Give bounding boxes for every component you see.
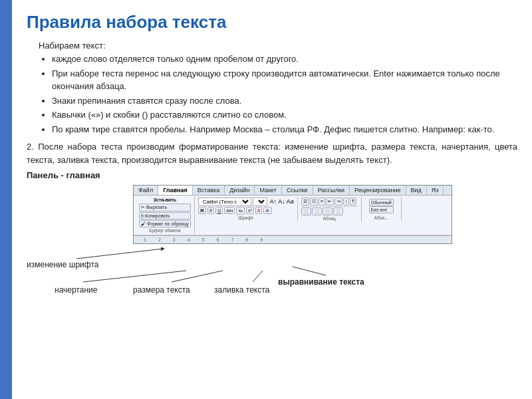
no-interval-btn[interactable]: Без инт. <box>369 206 394 213</box>
divider <box>301 206 358 207</box>
annotation-align: выравнивание текста <box>278 277 364 287</box>
clipboard-label: Буфер обмена <box>149 228 181 233</box>
annotations-area: изменение шрифта начертание размера текс… <box>27 245 517 305</box>
svg-line-4 <box>293 267 326 275</box>
bullet-item-2: При наборе теста перенос на следующую ст… <box>52 68 517 93</box>
cut-button[interactable]: ✂ Вырезать <box>139 203 191 211</box>
tab-mail[interactable]: Рассылки <box>313 186 350 195</box>
paragraph2: 2. После набора теста производим формати… <box>27 140 517 166</box>
ribbon-body: Зста‑вить ✂ Вырезать ⎘ Копировать 🖌 Форм… <box>134 196 452 235</box>
underline-button[interactable]: Ч <box>215 207 223 214</box>
font-name-select[interactable]: Calibri (Тело с <box>198 198 251 206</box>
align-right-btn[interactable]: ⬜ <box>323 207 332 215</box>
font-group: Calibri (Тело с 11 A↑ A↓ Aa Ж <box>195 197 298 221</box>
annotation-size: размера текста <box>133 285 190 295</box>
bold-button[interactable]: Ж <box>198 207 206 214</box>
subscript-button[interactable]: х₂ <box>236 207 245 215</box>
tab-design[interactable]: Дизайн <box>225 186 255 195</box>
insert-btn-large[interactable]: Зста‑вить <box>154 198 176 202</box>
annotation-font-change: изменение шрифта <box>27 260 98 269</box>
font-grow-btn[interactable]: A↑ <box>270 198 277 205</box>
ribbon: Файл Главная Вставка Дизайн Макет Ссылки… <box>133 185 452 244</box>
superscript-button[interactable]: х² <box>246 207 254 214</box>
copy-button[interactable]: ⎘ Копировать <box>139 212 191 219</box>
main-content: Правила набора текста Набираем текст: ка… <box>12 0 532 399</box>
justify-btn[interactable]: ⬜ <box>333 207 343 215</box>
tab-review[interactable]: Рецензирование <box>350 186 406 195</box>
tab-file[interactable]: Файл <box>134 186 158 195</box>
italic-button[interactable]: К <box>207 207 214 214</box>
svg-line-0 <box>76 249 163 259</box>
tab-insert[interactable]: Вставка <box>193 186 225 195</box>
show-marks-btn[interactable]: ¶ <box>350 198 356 205</box>
svg-line-3 <box>253 271 263 282</box>
normal-style-btn[interactable]: Обычный <box>369 199 394 206</box>
panel-section: Панель - главная Файл Главная Вставка Ди… <box>27 169 517 305</box>
font-group-label: Шрифт <box>238 215 253 220</box>
ribbon-tabs: Файл Главная Вставка Дизайн Макет Ссылки… <box>134 186 452 196</box>
sort-btn[interactable]: ↕ <box>343 198 350 205</box>
font-aa-btn[interactable]: Aa <box>287 198 294 205</box>
ruler-ticks: 123456789 <box>144 237 263 242</box>
tab-view[interactable]: Вид <box>406 186 427 195</box>
styles-group: Обычный Без инт. Абза... <box>362 197 402 221</box>
tab-home[interactable]: Главная <box>158 186 193 195</box>
ruler-bar: 123456789 <box>134 235 452 243</box>
font-row1: Calibri (Тело с 11 A↑ A↓ Aa <box>198 198 294 206</box>
paragraph-buttons: ☰ ☷ ≡ ⇤ ⇥ ↕ ¶ ⬜ ⬜ ⬜ ⬜ <box>301 198 358 215</box>
tab-lang[interactable]: Яз <box>427 186 444 195</box>
align-left-btn[interactable]: ⬜ <box>301 207 311 215</box>
bullet-item-5: По краям тире ставятся пробелы. Например… <box>52 124 517 136</box>
multilevel-btn[interactable]: ≡ <box>319 198 325 205</box>
svg-line-1 <box>83 271 186 282</box>
paragraph-group-label: Абзац <box>323 216 336 221</box>
left-accent-bar <box>0 0 12 399</box>
clipboard-group: Зста‑вить ✂ Вырезать ⎘ Копировать 🖌 Форм… <box>136 197 195 233</box>
rules-list: Набираем текст: каждое слово отделяется … <box>27 39 517 136</box>
highlight-btn[interactable]: А· <box>263 207 272 214</box>
numbering-btn[interactable]: ☷ <box>310 198 318 205</box>
font-color-btn[interactable]: А <box>255 207 263 214</box>
strikethrough-button[interactable]: зач <box>224 207 235 214</box>
paragraph-group: ☰ ☷ ≡ ⇤ ⇥ ↕ ¶ ⬜ ⬜ ⬜ ⬜ <box>298 197 362 221</box>
annotation-arrows <box>27 245 517 305</box>
font-shrink-btn[interactable]: A↓ <box>278 198 285 205</box>
bullet-item-3: Знаки препинания ставятся сразу после сл… <box>52 95 517 108</box>
page-title: Правила набора текста <box>27 12 517 33</box>
panel-label: Панель - главная <box>27 169 517 182</box>
bullet-item-1: каждое слово отделяется только одним про… <box>52 53 517 66</box>
font-area: Calibri (Тело с 11 A↑ A↓ Aa Ж <box>198 198 294 215</box>
svg-line-2 <box>172 271 223 282</box>
styles-label: Абза... <box>374 215 388 220</box>
increase-indent-btn[interactable]: ⇥ <box>334 198 342 205</box>
styles-area: Обычный Без инт. <box>368 198 395 215</box>
section1-heading: Набираем текст: <box>39 41 106 51</box>
format-painter-button[interactable]: 🖌 Формат по образцу <box>139 220 191 227</box>
decrease-indent-btn[interactable]: ⇤ <box>326 198 334 205</box>
annotation-style: начертание <box>55 285 97 295</box>
bullets-btn[interactable]: ☰ <box>301 198 309 205</box>
bullet-list: каждое слово отделяется только одним про… <box>52 53 517 136</box>
font-row2: Ж К Ч зач х₂ х² А А· <box>198 207 294 215</box>
bullet-item-4: Кавычки («») и скобки () расставляются с… <box>52 109 517 122</box>
annotation-fill: заливка текста <box>214 285 269 295</box>
font-size-select[interactable]: 11 <box>253 198 267 206</box>
tab-layout[interactable]: Макет <box>255 186 281 195</box>
align-center-btn[interactable]: ⬜ <box>312 207 322 215</box>
tab-refs[interactable]: Ссылки <box>282 186 313 195</box>
